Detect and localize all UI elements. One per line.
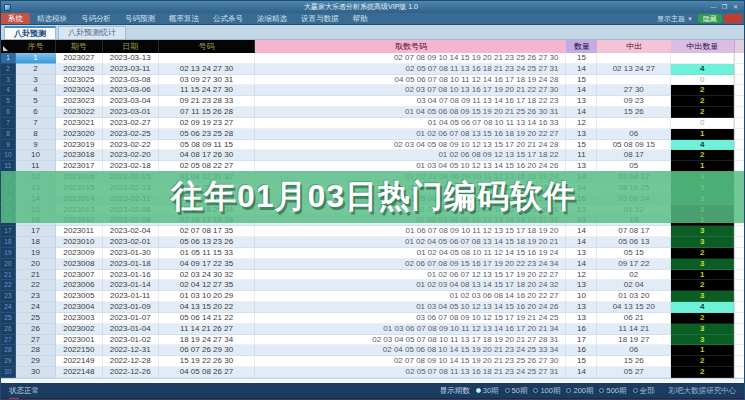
numbers-cell: 01 12 18 29 34 <box>159 205 256 216</box>
menu-item-浓缩精选[interactable]: 浓缩精选 <box>250 13 294 24</box>
hit-count-cell: 1 <box>671 161 734 172</box>
hit-count-cell: 3 <box>671 324 734 335</box>
hit-count-cell: 3 <box>671 183 734 194</box>
row-spacer <box>734 129 744 140</box>
period-radio-全部[interactable]: 全部 <box>633 386 655 396</box>
table-row[interactable]: 292920221492022-12-2815 19 22 26 3002 07… <box>1 356 744 367</box>
tab-strip: 八卦预测八卦预测统计 <box>1 25 744 40</box>
row-spacer <box>734 194 744 205</box>
hit-numbers-cell <box>597 53 671 64</box>
period-radio-200期[interactable]: 200期 <box>566 386 593 396</box>
status-bar: 状态正常 显示期数 30期50期100期200期500期全部 彩吧大数据研究中心 <box>1 383 744 398</box>
row-index-cell: 2 <box>1 64 16 75</box>
date-cell: 2023-02-20 <box>103 150 159 161</box>
hit-count-cell: 4 <box>671 64 734 75</box>
period-radio-50期[interactable]: 50期 <box>505 386 528 396</box>
serial-cell: 4 <box>16 85 56 96</box>
menu-item-号码预测[interactable]: 号码预测 <box>118 13 162 24</box>
serial-cell: 9 <box>16 140 56 151</box>
menu-item-号码分析[interactable]: 号码分析 <box>74 13 118 24</box>
row-index-cell: 21 <box>1 270 16 281</box>
hit-numbers-cell: 05 27 <box>597 367 671 378</box>
picked-numbers-cell: 01 02 03 05 06 08 09 11 13 15 17 19 21 2… <box>255 194 566 205</box>
close-button[interactable]: ✕ <box>730 1 741 13</box>
table-row[interactable]: 131320230152023-02-1308 16 25 26 3102 04… <box>1 183 744 194</box>
row-spacer <box>734 291 744 302</box>
hit-count-cell: 2 <box>671 205 734 216</box>
quantity-cell: 13 <box>566 280 597 291</box>
date-cell: 2022-12-28 <box>103 356 159 367</box>
menu-item-帮助[interactable]: 帮助 <box>346 13 375 24</box>
issue-cell: 2023025 <box>56 75 103 86</box>
menu-item-设置与数据[interactable]: 设置与数据 <box>294 13 346 24</box>
table-row[interactable]: 141420230142023-02-1103 08 22 24 3201 02… <box>1 194 744 205</box>
period-options: 30期50期100期200期500期全部 <box>476 386 655 396</box>
table-row[interactable]: 121220230162023-02-1502 04 12 31 3201 02… <box>1 172 744 183</box>
picked-numbers-cell: 01 02 04 05 06 07 08 13 14 15 18 19 20 2… <box>255 237 566 248</box>
numbers-cell: 02 04 12 27 35 <box>159 280 256 291</box>
picked-numbers-cell: 02 05 07 08 11 13 16 18 21 23 24 25 27 3… <box>255 64 566 75</box>
issue-cell: 2023002 <box>56 324 103 335</box>
table-row[interactable]: 181820230102023-02-0105 06 13 23 2601 02… <box>1 237 744 248</box>
table-row[interactable]: 7720230212023-02-2702 09 19 23 2701 04 0… <box>1 118 744 129</box>
menu-item-公式杀号[interactable]: 公式杀号 <box>206 13 250 24</box>
menu-item-精选模块[interactable]: 精选模块 <box>30 13 74 24</box>
row-index-cell: 14 <box>1 194 16 205</box>
hit-numbers-cell: 03 08 24 <box>597 194 671 205</box>
menu-item-系统[interactable]: 系统 <box>1 13 30 24</box>
row-index-cell: 10 <box>1 150 16 161</box>
period-radio-500期[interactable]: 500期 <box>599 386 626 396</box>
table-row[interactable]: 111120230172023-02-1802 05 08 22 2701 03… <box>1 161 744 172</box>
table-row[interactable]: 272720230012023-01-0218 19 24 27 3402 03… <box>1 335 744 346</box>
table-row[interactable]: 1120230272023-03-1302 07 08 09 10 14 15 … <box>1 53 744 64</box>
tab-八卦预测[interactable]: 八卦预测 <box>4 26 56 39</box>
date-cell: 2022-12-26 <box>103 367 159 378</box>
table-row[interactable]: 151520230132023-02-0801 12 18 29 3401 04… <box>1 205 744 216</box>
table-row[interactable]: 4420230242023-03-0611 15 24 27 3002 03 0… <box>1 85 744 96</box>
period-radio-100期[interactable]: 100期 <box>533 386 560 396</box>
table-row[interactable]: 202020230082023-01-1804 09 17 22 3502 06… <box>1 259 744 270</box>
table-row[interactable]: 8820230202023-02-2505 06 23 25 2801 02 0… <box>1 129 744 140</box>
menu-bar-items: 系统精选模块号码分析号码预测概率算法公式杀号浓缩精选设置与数据帮助 <box>1 13 375 24</box>
hide-button[interactable]: 隐藏 <box>698 14 722 23</box>
column-header-numbers: 号码 <box>159 40 256 53</box>
column-header-picked: 取数号码 <box>255 40 566 53</box>
date-cell: 2023-02-01 <box>103 237 159 248</box>
table-row[interactable]: 282820221502022-12-3106 07 26 29 3002 04… <box>1 345 744 356</box>
hit-count-cell: 2 <box>671 107 734 118</box>
numbers-cell: 08 16 25 26 31 <box>159 183 256 194</box>
serial-cell: 7 <box>16 118 56 129</box>
table-row[interactable]: 161620230122023-02-0607 16 17 19 2801 02… <box>1 215 744 226</box>
hit-numbers-cell: 06 <box>597 129 671 140</box>
table-row[interactable]: 242420230042023-01-0904 13 15 20 2201 03… <box>1 302 744 313</box>
tab-八卦预测统计[interactable]: 八卦预测统计 <box>58 26 126 39</box>
table-row[interactable]: 232320230052023-01-1101 03 10 20 2901 02… <box>1 291 744 302</box>
period-radio-30期[interactable]: 30期 <box>476 386 499 396</box>
issue-cell: 2023020 <box>56 129 103 140</box>
serial-cell: 13 <box>16 183 56 194</box>
table-row[interactable]: 3320230252023-03-0803 09 27 30 3104 05 0… <box>1 75 744 86</box>
table-row[interactable]: 6620230222023-03-0107 11 15 26 2801 04 0… <box>1 107 744 118</box>
table-row[interactable]: 191920230092023-01-3001 05 11 15 3301 02… <box>1 248 744 259</box>
table-row[interactable]: 212120230072023-01-1602 03 24 30 3201 02… <box>1 270 744 281</box>
table-row[interactable]: 9920230192023-02-2205 08 09 11 1502 03 0… <box>1 140 744 151</box>
table-row[interactable]: 222220230062023-01-1402 04 12 27 3501 02… <box>1 280 744 291</box>
row-index-cell: 15 <box>1 205 16 216</box>
minimize-button[interactable]: — <box>708 1 719 13</box>
numbers-cell: 02 04 12 31 32 <box>159 172 256 183</box>
maximize-button[interactable]: ❐ <box>719 1 730 13</box>
table-row[interactable]: 252520230032023-01-0705 06 14 21 2203 06… <box>1 313 744 324</box>
serial-cell: 5 <box>16 96 56 107</box>
table-row[interactable]: 171720230112023-02-0402 07 08 17 3501 06… <box>1 226 744 237</box>
menu-item-概率算法[interactable]: 概率算法 <box>162 13 206 24</box>
skin-button[interactable] <box>724 14 742 23</box>
table-row[interactable]: 262620230022023-01-0411 14 21 26 2701 03… <box>1 324 744 335</box>
row-spacer <box>734 161 744 172</box>
table-row[interactable]: 5520230232023-03-0409 21 23 28 3303 04 0… <box>1 96 744 107</box>
row-spacer <box>734 96 744 107</box>
chevron-down-icon[interactable]: ▼ <box>687 16 693 22</box>
table-row[interactable]: 101020230182023-02-2004 08 17 26 3001 02… <box>1 150 744 161</box>
table-row[interactable]: 303020221482022-12-2604 05 08 26 2702 05… <box>1 367 744 378</box>
serial-cell: 2 <box>16 64 56 75</box>
table-row[interactable]: 2220230262023-03-1102 13 24 27 3002 05 0… <box>1 64 744 75</box>
